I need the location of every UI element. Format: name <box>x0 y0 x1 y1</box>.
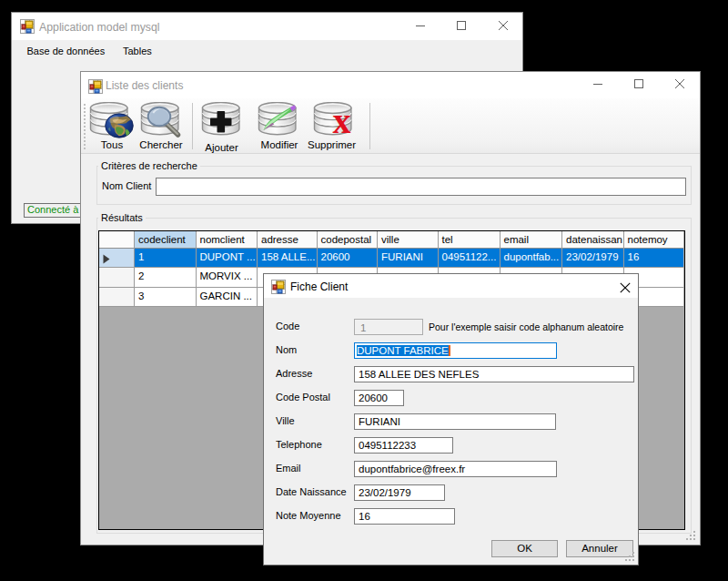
svg-text:x: x <box>332 102 350 140</box>
